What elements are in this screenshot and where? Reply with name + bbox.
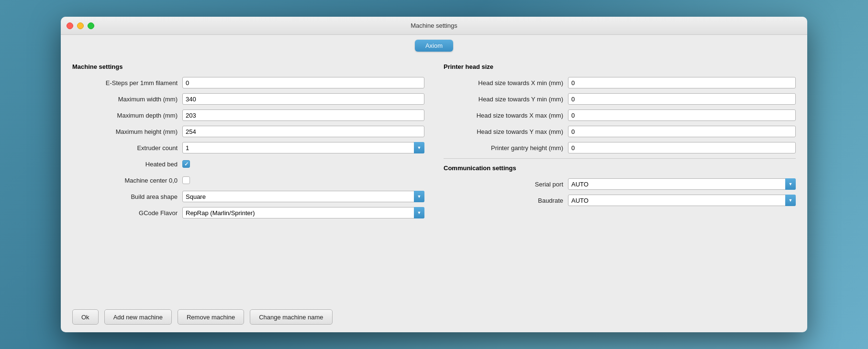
label-machine-center: Machine center 0,0 xyxy=(72,177,182,184)
left-panel: Machine settings E-Steps per 1mm filamen… xyxy=(72,63,424,296)
checkbox-wrapper-heated-bed xyxy=(182,160,190,168)
right-panel: Printer head size Head size towards X mi… xyxy=(444,63,796,296)
field-baudrate: Baudrate AUTO 9600 115200 250000 xyxy=(444,194,796,207)
select-gcode-flavor[interactable]: RepRap (Marlin/Sprinter) UltiGCode Volum… xyxy=(182,207,424,218)
input-max-width[interactable] xyxy=(182,93,424,105)
input-head-xmin[interactable] xyxy=(568,77,796,88)
select-extruder-count[interactable]: 1 2 3 xyxy=(182,142,424,153)
change-machine-name-button[interactable]: Change machine name xyxy=(250,309,332,325)
label-head-ymax: Head size towards Y max (mm) xyxy=(444,128,568,135)
input-head-xmax[interactable] xyxy=(568,109,796,121)
machine-settings-title: Machine settings xyxy=(72,63,424,70)
content-area: Machine settings E-Steps per 1mm filamen… xyxy=(61,55,807,304)
label-gcode-flavor: GCode Flavor xyxy=(72,209,182,217)
label-serial-port: Serial port xyxy=(444,181,568,188)
label-head-xmin: Head size towards X min (mm) xyxy=(444,79,568,87)
traffic-lights xyxy=(67,22,94,29)
select-wrapper-extruder: 1 2 3 xyxy=(182,142,424,153)
label-head-ymin: Head size towards Y min (mm) xyxy=(444,96,568,103)
field-gcode-flavor: GCode Flavor RepRap (Marlin/Sprinter) Ul… xyxy=(72,206,424,219)
minimize-button[interactable] xyxy=(77,22,84,29)
printer-head-title: Printer head size xyxy=(444,63,796,70)
checkbox-heated-bed[interactable] xyxy=(182,160,190,168)
input-gantry-height[interactable] xyxy=(568,142,796,153)
input-head-ymin[interactable] xyxy=(568,93,796,105)
field-max-depth: Maximum depth (mm) xyxy=(72,109,424,122)
close-button[interactable] xyxy=(67,22,73,29)
field-head-xmin: Head size towards X min (mm) xyxy=(444,76,796,89)
label-build-area: Build area shape xyxy=(72,193,182,200)
input-max-depth[interactable] xyxy=(182,109,424,121)
input-esteps[interactable] xyxy=(182,77,424,88)
select-wrapper-baudrate: AUTO 9600 115200 250000 xyxy=(568,195,796,206)
select-baudrate[interactable]: AUTO 9600 115200 250000 xyxy=(568,195,796,206)
select-build-area[interactable]: Square Round xyxy=(182,191,424,202)
window-title: Machine settings xyxy=(411,22,457,29)
footer: Ok Add new machine Remove machine Change… xyxy=(61,304,807,332)
field-serial-port: Serial port AUTO COM1 COM2 COM3 xyxy=(444,177,796,191)
remove-machine-button[interactable]: Remove machine xyxy=(178,309,244,325)
field-max-height: Maximum height (mm) xyxy=(72,125,424,138)
maximize-button[interactable] xyxy=(88,22,94,29)
field-machine-center: Machine center 0,0 xyxy=(72,174,424,187)
label-esteps: E-Steps per 1mm filament xyxy=(72,79,182,87)
field-head-ymax: Head size towards Y max (mm) xyxy=(444,125,796,138)
field-heated-bed: Heated bed xyxy=(72,157,424,171)
add-new-machine-button[interactable]: Add new machine xyxy=(104,309,172,325)
select-wrapper-build-area: Square Round xyxy=(182,191,424,202)
field-esteps: E-Steps per 1mm filament xyxy=(72,76,424,89)
ok-button[interactable]: Ok xyxy=(72,309,99,325)
checkbox-machine-center[interactable] xyxy=(182,176,190,184)
label-max-depth: Maximum depth (mm) xyxy=(72,112,182,119)
select-wrapper-serial: AUTO COM1 COM2 COM3 xyxy=(568,178,796,190)
field-gantry-height: Printer gantry height (mm) xyxy=(444,141,796,154)
machine-settings-window: Machine settings Axiom Machine settings … xyxy=(61,17,807,332)
machine-tab-axiom[interactable]: Axiom xyxy=(415,40,453,52)
checkbox-wrapper-machine-center xyxy=(182,176,190,184)
field-build-area: Build area shape Square Round xyxy=(72,190,424,203)
field-head-ymin: Head size towards Y min (mm) xyxy=(444,92,796,106)
input-head-ymax[interactable] xyxy=(568,126,796,137)
select-serial-port[interactable]: AUTO COM1 COM2 COM3 xyxy=(568,178,796,190)
label-baudrate: Baudrate xyxy=(444,197,568,204)
divider xyxy=(444,158,796,159)
field-extruder-count: Extruder count 1 2 3 xyxy=(72,141,424,154)
label-max-height: Maximum height (mm) xyxy=(72,128,182,135)
communication-title: Communication settings xyxy=(444,164,796,172)
title-bar: Machine settings xyxy=(61,17,807,35)
label-head-xmax: Head size towards X max (mm) xyxy=(444,112,568,119)
select-wrapper-gcode: RepRap (Marlin/Sprinter) UltiGCode Volum… xyxy=(182,207,424,218)
label-extruder-count: Extruder count xyxy=(72,144,182,152)
machine-tab-bar: Axiom xyxy=(61,35,807,55)
field-max-width: Maximum width (mm) xyxy=(72,92,424,106)
label-gantry-height: Printer gantry height (mm) xyxy=(444,144,568,152)
input-max-height[interactable] xyxy=(182,126,424,137)
field-head-xmax: Head size towards X max (mm) xyxy=(444,109,796,122)
label-max-width: Maximum width (mm) xyxy=(72,96,182,103)
label-heated-bed: Heated bed xyxy=(72,161,182,168)
